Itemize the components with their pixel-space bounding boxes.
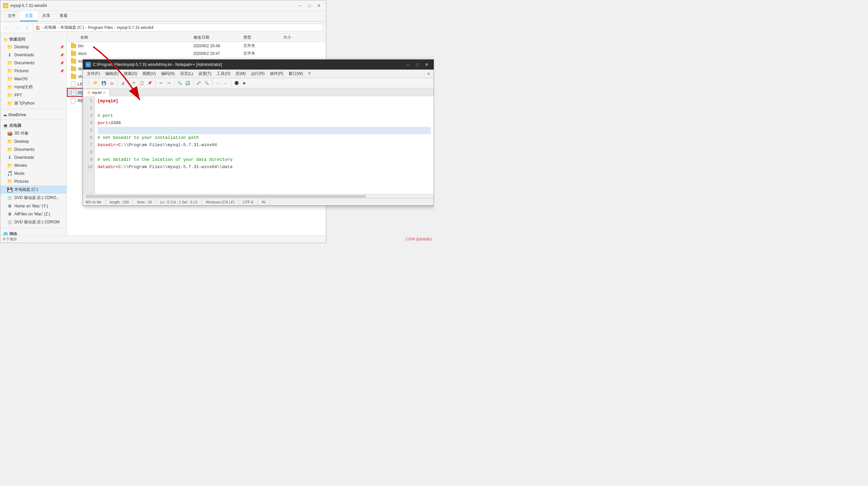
sidebar-item-mac-z[interactable]: 🖥 AllFiles on 'Mac' (Z:): [0, 210, 67, 218]
undo-btn[interactable]: ↩: [157, 80, 164, 87]
replace-btn[interactable]: 🔄: [184, 80, 191, 87]
sidebar-item-pictures-pc[interactable]: 📁 Pictures: [0, 177, 67, 185]
menu-plugins[interactable]: 插件(P): [267, 70, 286, 78]
tab-myini[interactable]: ⚙ my.ini ✕: [83, 89, 110, 96]
folder-icon-2: 📁: [7, 60, 12, 66]
back-button[interactable]: ←: [3, 24, 11, 32]
sidebar-item-pictures-quick[interactable]: 📁 Pictures 📌: [0, 67, 67, 75]
quick-access-header: ⭐ 快速访问: [0, 35, 67, 43]
menu-file[interactable]: 文件(F): [84, 70, 102, 78]
new-btn[interactable]: 📄: [84, 80, 92, 87]
menu-view[interactable]: 视图(V): [140, 70, 158, 78]
table-row[interactable]: docs 2020/6/2 20:47 文件夹: [67, 50, 326, 57]
line-num-5: 5: [83, 127, 93, 134]
menu-edit[interactable]: 编辑(E): [102, 70, 121, 78]
menu-tools[interactable]: 工具(O): [214, 70, 233, 78]
sidebar-item-mac-y[interactable]: 🖥 Home on 'Mac' (Y:): [0, 202, 67, 210]
redo-btn[interactable]: ↪: [165, 80, 173, 87]
tab-share[interactable]: 共享: [38, 11, 55, 21]
menu-macro[interactable]: 宏(M): [233, 70, 248, 78]
this-pc-header[interactable]: 💻 此电脑: [0, 121, 67, 129]
forward-button[interactable]: →: [13, 24, 21, 32]
col-name-header[interactable]: 名称: [67, 35, 193, 40]
menu-help[interactable]: ?: [306, 70, 313, 77]
network-header[interactable]: 🌐 网络: [0, 230, 67, 235]
code-content[interactable]: [mysqld] # port port=3306 # set basedir …: [95, 96, 434, 194]
toolbar-sep-5: [193, 80, 193, 87]
close-button[interactable]: ✕: [314, 2, 323, 9]
sidebar-item-dvd-e2[interactable]: 💿 DVD 驱动器 (E:) CDROM: [0, 218, 67, 226]
menu-run[interactable]: 运行(R): [248, 70, 267, 78]
breadcrumb-this-pc[interactable]: 此电脑: [44, 25, 56, 30]
tab-close-icon[interactable]: ✕: [103, 91, 105, 94]
col-type-header[interactable]: 类型: [243, 35, 283, 40]
sidebar-item-c-drive[interactable]: 💾 本地磁盘 (C:): [0, 185, 67, 194]
print-btn[interactable]: 🖨: [119, 80, 126, 87]
onedrive-header[interactable]: ☁ OneDrive: [0, 111, 67, 118]
run-macro-btn[interactable]: ▶: [241, 80, 248, 87]
folder-icon-bin: [71, 43, 76, 48]
toolbar-sep-6: [212, 80, 212, 87]
col-date-header[interactable]: 修改日期: [193, 35, 243, 40]
outdent-btn[interactable]: ←: [222, 80, 229, 87]
code-line-5: [97, 127, 431, 134]
sidebar-item-3d[interactable]: 📦 3D 对象: [0, 129, 67, 138]
col-size-header[interactable]: 大小: [283, 35, 316, 40]
sidebar-item-macos[interactable]: 📁 MacOS: [0, 75, 67, 83]
sidebar-item-music[interactable]: 🎵 Music: [0, 170, 67, 177]
indent-btn[interactable]: →: [214, 80, 221, 87]
sidebar-item-mysql-doc[interactable]: 📁 mysql文档: [0, 83, 67, 91]
window-controls: ─ □ ✕: [296, 2, 323, 9]
pin-icon-2: 📌: [60, 53, 64, 57]
zoom-in-btn[interactable]: 🔎: [195, 80, 203, 87]
minimize-button[interactable]: ─: [296, 2, 305, 9]
zoom-out-btn[interactable]: 🔍: [203, 80, 210, 87]
breadcrumb[interactable]: 🏠 › 此电脑 › 本地磁盘 (C:) › Program Files › my…: [33, 24, 323, 32]
menu-encode[interactable]: 编码(N): [158, 70, 177, 78]
breadcrumb-mysql[interactable]: mysql-5.7.31-winx64: [117, 25, 153, 30]
save-all-btn[interactable]: 🗂: [108, 80, 116, 87]
sidebar-item-dvd-e[interactable]: 💿 DVD 驱动器 (E:) CDRO...: [0, 194, 67, 202]
tab-view[interactable]: 查看: [55, 11, 72, 21]
downloads-pc-icon: ⬇: [7, 155, 12, 160]
menu-settings[interactable]: 设置(T): [196, 70, 214, 78]
find-btn[interactable]: 🔍: [176, 80, 183, 87]
line-num-10: 10: [83, 163, 93, 171]
copy-btn[interactable]: 📋: [138, 80, 146, 87]
npp-title: C:\Program Files\mysql-5.7.31-winx64\my.…: [93, 62, 402, 67]
sidebar-item-documents-pc[interactable]: 📁 Documents: [0, 146, 67, 153]
menu-lang[interactable]: 语言(L): [177, 70, 196, 78]
sidebar-item-python[interactable]: 📁 路飞Python: [0, 99, 67, 108]
sidebar-item-desktop-pc[interactable]: 📁 Desktop: [0, 138, 67, 146]
sidebar-item-ppt[interactable]: 📁 PPT: [0, 91, 67, 99]
tab-file[interactable]: 文件: [3, 11, 20, 21]
cut-btn[interactable]: ✂: [130, 80, 137, 87]
paste-btn[interactable]: 📌: [146, 80, 153, 87]
npp-menu-bar: 文件(F) 编辑(E) 搜索(S) 视图(V) 编码(N) 语言(L) 设置(T…: [83, 69, 434, 78]
open-btn[interactable]: 📂: [92, 80, 99, 87]
file-name-bin: bin: [67, 43, 193, 48]
sidebar-item-documents-quick[interactable]: 📁 Documents 📌: [0, 59, 67, 67]
npp-close-button[interactable]: ✕: [422, 61, 431, 68]
code-line-4: port=3306: [97, 120, 431, 127]
sidebar-item-movies[interactable]: 📁 Movies: [0, 161, 67, 170]
code-line-2: [97, 105, 431, 112]
npp-menu-x[interactable]: ✕: [425, 71, 432, 77]
sidebar-item-desktop-quick[interactable]: 📁 Desktop 📌: [0, 43, 67, 51]
npp-minimize-button[interactable]: ─: [404, 61, 412, 68]
up-button[interactable]: ↑: [23, 24, 31, 32]
toolbar-sep-3: [155, 80, 155, 87]
save-btn[interactable]: 💾: [100, 80, 107, 87]
tab-home[interactable]: 主页: [20, 11, 38, 21]
sidebar-item-downloads-pc[interactable]: ⬇ Downloads: [0, 153, 67, 161]
menu-window[interactable]: 窗口(W): [286, 70, 306, 78]
macro-btn[interactable]: ⚫: [233, 80, 240, 87]
table-row[interactable]: bin 2020/6/2 20:49 文件夹: [67, 42, 326, 50]
menu-search[interactable]: 搜索(S): [121, 70, 140, 78]
sidebar-item-downloads-quick[interactable]: ⬇ Downloads 📌: [0, 51, 67, 59]
breadcrumb-program-files[interactable]: Program Files: [88, 25, 113, 30]
npp-scrollbar[interactable]: [83, 194, 434, 198]
breadcrumb-drive[interactable]: 本地磁盘 (C:): [60, 25, 84, 30]
npp-maximize-button[interactable]: □: [413, 61, 422, 68]
maximize-button[interactable]: □: [305, 2, 314, 9]
